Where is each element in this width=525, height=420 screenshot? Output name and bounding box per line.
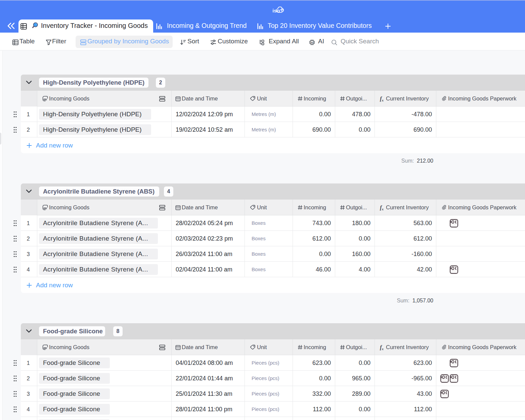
svg-text:AI: AI xyxy=(311,41,313,44)
